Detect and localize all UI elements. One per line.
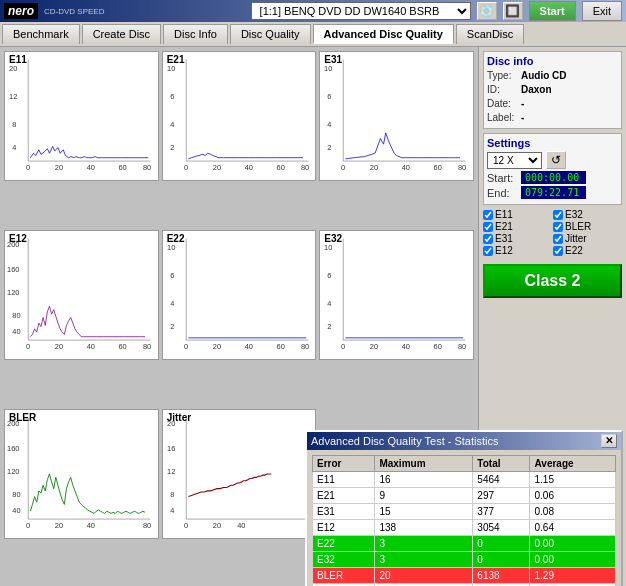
checkbox-e32-input[interactable] bbox=[553, 210, 563, 220]
stats-row-5-total: 0 bbox=[473, 552, 530, 568]
checkbox-jitter-input[interactable] bbox=[553, 234, 563, 244]
checkbox-e31-input[interactable] bbox=[483, 234, 493, 244]
svg-text:160: 160 bbox=[7, 444, 19, 453]
checkbox-e11-input[interactable] bbox=[483, 210, 493, 220]
checkbox-e21-input[interactable] bbox=[483, 222, 493, 232]
col-maximum: Maximum bbox=[375, 456, 473, 472]
stats-row-0-average: 1.15 bbox=[530, 472, 616, 488]
checkbox-e11[interactable]: E11 bbox=[483, 209, 552, 220]
svg-text:80: 80 bbox=[301, 342, 309, 351]
svg-text:8: 8 bbox=[12, 120, 16, 129]
stats-table: Error Maximum Total Average E111654641.1… bbox=[312, 455, 616, 586]
svg-text:40: 40 bbox=[402, 342, 410, 351]
tab-disc-info[interactable]: Disc Info bbox=[163, 24, 228, 44]
tab-bar: Benchmark Create Disc Disc Info Disc Qua… bbox=[0, 22, 626, 47]
checkbox-e31[interactable]: E31 bbox=[483, 233, 552, 244]
svg-text:20: 20 bbox=[55, 521, 63, 530]
stats-row-5-maximum: 3 bbox=[375, 552, 473, 568]
svg-text:0: 0 bbox=[341, 163, 345, 172]
stats-row-6-error: BLER bbox=[313, 568, 375, 584]
svg-text:10: 10 bbox=[324, 64, 332, 73]
svg-text:40: 40 bbox=[402, 163, 410, 172]
stats-row-4-average: 0.00 bbox=[530, 536, 616, 552]
svg-text:80: 80 bbox=[12, 310, 20, 319]
svg-text:12: 12 bbox=[167, 467, 175, 476]
chart-bler: BLER 200 160 120 80 40 0 20 40 80 bbox=[4, 409, 159, 539]
svg-text:40: 40 bbox=[237, 521, 245, 530]
stats-row-4-total: 0 bbox=[473, 536, 530, 552]
svg-text:10: 10 bbox=[167, 64, 175, 73]
date-label: Date: bbox=[487, 97, 517, 111]
svg-text:80: 80 bbox=[458, 163, 466, 172]
svg-text:4: 4 bbox=[12, 143, 17, 152]
chart-e21: E21 10 6 4 2 0 20 40 60 80 bbox=[162, 51, 317, 181]
start-button[interactable]: Start bbox=[529, 1, 576, 21]
svg-text:60: 60 bbox=[118, 163, 126, 172]
svg-text:80: 80 bbox=[143, 521, 151, 530]
refresh-icon[interactable]: ↺ bbox=[546, 151, 566, 169]
stats-row-2-average: 0.08 bbox=[530, 504, 616, 520]
dialog-close-button[interactable]: ✕ bbox=[601, 434, 617, 448]
tab-create-disc[interactable]: Create Disc bbox=[82, 24, 161, 44]
svg-text:0: 0 bbox=[26, 342, 30, 351]
tab-disc-quality[interactable]: Disc Quality bbox=[230, 24, 311, 44]
checkbox-jitter[interactable]: Jitter bbox=[553, 233, 622, 244]
stats-dialog: Advanced Disc Quality Test - Statistics … bbox=[305, 430, 623, 586]
svg-text:80: 80 bbox=[458, 342, 466, 351]
chart-bler-title: BLER bbox=[9, 412, 36, 423]
end-value: 079:22.71 bbox=[521, 186, 586, 199]
checkbox-bler-input[interactable] bbox=[553, 222, 563, 232]
checkbox-e32[interactable]: E32 bbox=[553, 209, 622, 220]
checkbox-e22-label: E22 bbox=[565, 245, 583, 256]
checkbox-e12[interactable]: E12 bbox=[483, 245, 552, 256]
stats-row-6-maximum: 20 bbox=[375, 568, 473, 584]
settings-icon[interactable]: 🔲 bbox=[503, 2, 523, 20]
checkbox-e21-label: E21 bbox=[495, 221, 513, 232]
stats-row-0-total: 5464 bbox=[473, 472, 530, 488]
svg-text:2: 2 bbox=[170, 143, 174, 152]
drive-select[interactable]: [1:1] BENQ DVD DD DW1640 BSRB bbox=[251, 2, 471, 20]
checkbox-e22[interactable]: E22 bbox=[553, 245, 622, 256]
svg-text:80: 80 bbox=[143, 163, 151, 172]
stats-row-1-average: 0.06 bbox=[530, 488, 616, 504]
svg-text:2: 2 bbox=[328, 143, 332, 152]
checkbox-e31-label: E31 bbox=[495, 233, 513, 244]
chart-e21-title: E21 bbox=[167, 54, 185, 65]
stats-row-0-maximum: 16 bbox=[375, 472, 473, 488]
tab-advanced-disc-quality[interactable]: Advanced Disc Quality bbox=[313, 24, 454, 44]
svg-text:60: 60 bbox=[276, 342, 284, 351]
end-label: End: bbox=[487, 187, 517, 199]
svg-text:20: 20 bbox=[55, 163, 63, 172]
chart-e31-title: E31 bbox=[324, 54, 342, 65]
svg-text:20: 20 bbox=[370, 163, 378, 172]
dialog-title-bar: Advanced Disc Quality Test - Statistics … bbox=[307, 432, 621, 450]
chart-e12-title: E12 bbox=[9, 233, 27, 244]
checkbox-e11-label: E11 bbox=[495, 209, 513, 220]
stats-row-4-error: E22 bbox=[313, 536, 375, 552]
stats-row-2-error: E31 bbox=[313, 504, 375, 520]
chart-e22-title: E22 bbox=[167, 233, 185, 244]
svg-text:40: 40 bbox=[87, 521, 95, 530]
speed-select[interactable]: 12 X bbox=[487, 152, 542, 169]
tab-scandisc[interactable]: ScanDisc bbox=[456, 24, 524, 44]
col-error: Error bbox=[313, 456, 375, 472]
exit-button[interactable]: Exit bbox=[582, 1, 622, 21]
id-label: ID: bbox=[487, 83, 517, 97]
checkbox-bler[interactable]: BLER bbox=[553, 221, 622, 232]
svg-text:6: 6 bbox=[170, 271, 174, 280]
checkbox-e22-input[interactable] bbox=[553, 246, 563, 256]
label-value: - bbox=[521, 111, 524, 125]
drive-icon[interactable]: 💿 bbox=[477, 2, 497, 20]
col-total: Total bbox=[473, 456, 530, 472]
svg-text:4: 4 bbox=[170, 506, 175, 515]
settings-title: Settings bbox=[487, 137, 618, 149]
checkbox-e12-input[interactable] bbox=[483, 246, 493, 256]
checkbox-e21[interactable]: E21 bbox=[483, 221, 552, 232]
class-button[interactable]: Class 2 bbox=[483, 264, 622, 298]
stats-row-1-maximum: 9 bbox=[375, 488, 473, 504]
svg-text:0: 0 bbox=[184, 521, 188, 530]
checkbox-bler-label: BLER bbox=[565, 221, 591, 232]
svg-text:4: 4 bbox=[170, 120, 175, 129]
svg-text:2: 2 bbox=[328, 322, 332, 331]
tab-benchmark[interactable]: Benchmark bbox=[2, 24, 80, 44]
